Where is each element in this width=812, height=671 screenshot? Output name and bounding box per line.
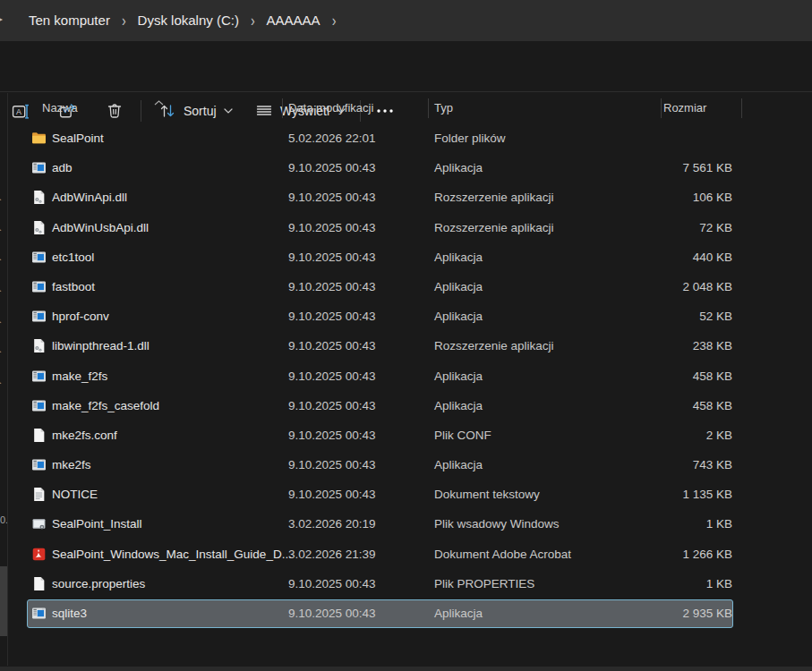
file-row[interactable]: libwinpthread-1.dll9.10.2025 00:43Rozsze… [9, 331, 812, 361]
tree-expand-chevron-icon[interactable]: ▸ [0, 377, 2, 388]
column-header-name[interactable]: Nazwa [42, 93, 78, 123]
file-row[interactable]: mke2fs9.10.2025 00:43Aplikacja743 KB [9, 450, 812, 480]
row-background [27, 183, 733, 212]
nav-scrollbar-thumb[interactable] [0, 566, 7, 636]
file-name: source.properties [52, 569, 145, 599]
row-background [27, 154, 733, 183]
column-divider[interactable] [428, 98, 429, 118]
tree-expand-chevron-icon[interactable]: ▸ [0, 345, 2, 357]
breadcrumb-separator-icon[interactable]: › [122, 12, 126, 30]
file-type: Aplikacja [434, 272, 483, 302]
breadcrumb-segment[interactable]: Ten komputer [23, 10, 115, 30]
breadcrumb-segment[interactable]: AAAAAA [261, 10, 326, 30]
file-type: Aplikacja [434, 361, 483, 391]
file-type: Rozszerzenie aplikacji [434, 183, 554, 212]
file-row[interactable]: AdbWinApi.dll9.10.2025 00:43Rozszerzenie… [9, 183, 812, 212]
file-row[interactable]: make_f2fs9.10.2025 00:43Aplikacja458 KB [9, 361, 812, 391]
file-size: 458 KB [693, 391, 732, 420]
file-type: Aplikacja [434, 153, 483, 183]
file-row[interactable]: fastboot9.10.2025 00:43Aplikacja2 048 KB [9, 272, 812, 302]
breadcrumb-segment[interactable]: Dysk lokalny (C:) [132, 10, 244, 30]
file-name: mke2fs.conf [52, 420, 117, 450]
file-name: SealPoint_Windows_Mac_Install_Guide_D... [52, 539, 292, 569]
file-row[interactable]: NOTICE9.10.2025 00:43Dokument tekstowy1 … [9, 480, 812, 509]
column-divider[interactable] [661, 98, 662, 118]
file-size: 7 561 KB [682, 153, 732, 183]
column-divider[interactable] [282, 98, 283, 118]
file-modified-date: 3.02.2026 21:39 [288, 539, 376, 569]
file-modified-date: 3.02.2026 20:19 [288, 509, 376, 539]
address-bar: ▸ Ten komputer›Dysk lokalny (C:)›AAAAAA› [0, 0, 812, 41]
file-name: fastboot [52, 272, 95, 302]
file-modified-date: 5.02.2026 22:01 [288, 123, 376, 153]
column-header-size[interactable]: Rozmiar [663, 93, 706, 123]
row-background [27, 361, 733, 390]
file-row[interactable]: SealPoint_Install3.02.2026 20:19Plik wsa… [9, 509, 812, 539]
file-size: 458 KB [693, 361, 732, 391]
file-name: SealPoint_Install [52, 509, 142, 539]
file-type: Plik CONF [434, 420, 491, 450]
tree-expand-chevron-icon[interactable]: ▸ [0, 224, 2, 235]
file-type: Aplikacja [434, 450, 483, 480]
nav-item-label: 0. [0, 514, 8, 525]
file-rows: SealPoint5.02.2026 22:01Folder plikówadb… [9, 123, 812, 628]
file-modified-date: 9.10.2025 00:43 [288, 331, 376, 361]
file-modified-date: 9.10.2025 00:43 [288, 391, 376, 420]
column-divider[interactable] [741, 98, 742, 118]
tree-expand-chevron-icon[interactable]: ▸ [0, 253, 2, 265]
file-row[interactable]: source.properties9.10.2025 00:43Plik PRO… [9, 569, 812, 599]
file-size: 1 KB [706, 569, 732, 599]
file-row[interactable]: sqlite39.10.2025 00:43Aplikacja2 935 KB [9, 599, 812, 628]
file-name: SealPoint [52, 123, 104, 153]
file-size: 2 935 KB [682, 599, 732, 628]
file-name: sqlite3 [52, 599, 87, 628]
file-row[interactable]: mke2fs.conf9.10.2025 00:43Plik CONF2 KB [9, 420, 812, 450]
file-row[interactable]: SealPoint_Windows_Mac_Install_Guide_D...… [9, 539, 812, 569]
tree-expand-chevron-icon[interactable]: ▸ [0, 316, 2, 327]
dll-icon [31, 338, 47, 353]
row-background [27, 242, 733, 271]
row-background [27, 451, 733, 480]
file-type: Aplikacja [434, 599, 483, 628]
file-size: 72 KB [699, 213, 732, 242]
file-row[interactable]: adb9.10.2025 00:43Aplikacja7 561 KB [9, 153, 812, 183]
file-name: etc1tool [52, 242, 94, 272]
file-size: 106 KB [693, 183, 732, 212]
file-name: NOTICE [52, 480, 98, 509]
tree-expand-chevron-icon[interactable]: ▸ [0, 285, 2, 296]
file-name: libwinpthread-1.dll [52, 331, 150, 361]
chevron-right-icon: ▸ [0, 13, 3, 25]
breadcrumb-separator-icon[interactable]: › [332, 12, 337, 30]
file-type: Rozszerzenie aplikacji [434, 331, 554, 361]
app-icon [31, 279, 47, 294]
row-background [27, 124, 733, 153]
file-row[interactable]: etc1tool9.10.2025 00:43Aplikacja440 KB [9, 242, 812, 272]
file-name: AdbWinUsbApi.dll [52, 213, 149, 242]
app-icon [31, 309, 47, 324]
column-header-modified[interactable]: Data modyfikacji [288, 93, 373, 123]
file-size: 743 KB [693, 450, 732, 480]
file-name: make_f2fs_casefold [52, 391, 159, 420]
file-type: Dokument Adobe Acrobat [434, 539, 571, 569]
file-row[interactable]: make_f2fs_casefold9.10.2025 00:43Aplikac… [9, 391, 812, 420]
breadcrumb-separator-icon[interactable]: › [251, 12, 255, 30]
file-modified-date: 9.10.2025 00:43 [288, 272, 376, 302]
file-row[interactable]: hprof-conv9.10.2025 00:43Aplikacja52 KB [9, 302, 812, 331]
app-icon [31, 457, 47, 472]
file-row[interactable]: AdbWinUsbApi.dll9.10.2025 00:43Rozszerze… [9, 213, 812, 242]
column-header-type[interactable]: Typ [434, 93, 453, 123]
file-icon [31, 576, 47, 591]
batch-icon [31, 516, 47, 531]
file-row[interactable]: SealPoint5.02.2026 22:01Folder plików [9, 123, 812, 153]
row-background [27, 480, 733, 509]
file-modified-date: 9.10.2025 00:43 [288, 153, 376, 183]
file-modified-date: 9.10.2025 00:43 [288, 599, 376, 628]
file-size: 440 KB [693, 242, 732, 272]
file-modified-date: 9.10.2025 00:43 [288, 302, 376, 331]
file-size: 238 KB [693, 331, 732, 361]
file-name: adb [52, 153, 73, 183]
tree-expand-chevron-icon[interactable]: ▸ [0, 193, 2, 205]
textdoc-icon [31, 487, 47, 502]
file-type: Aplikacja [434, 302, 483, 331]
dll-icon [31, 220, 47, 235]
